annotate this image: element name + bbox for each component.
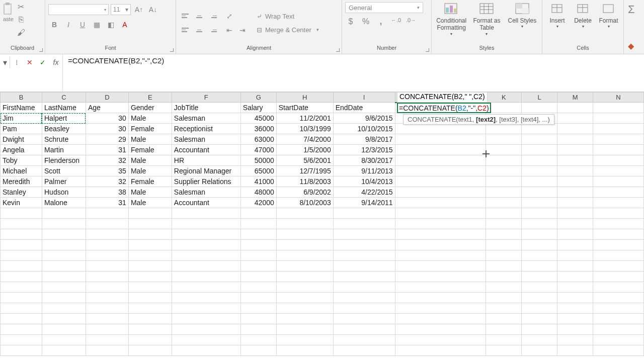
cell-K9[interactable] — [486, 187, 522, 198]
cell-B3[interactable]: Pam — [1, 124, 42, 134]
column-header-I[interactable]: I — [333, 93, 395, 103]
cell-empty[interactable] — [395, 250, 486, 261]
cell-L7[interactable] — [522, 166, 557, 176]
cell-H7[interactable]: 12/7/1995 — [276, 166, 333, 176]
cell-empty[interactable] — [557, 208, 593, 219]
cell-empty[interactable] — [86, 208, 128, 219]
cell-empty[interactable] — [522, 293, 557, 303]
cell-empty[interactable] — [395, 229, 486, 240]
cell-empty[interactable] — [172, 261, 240, 272]
number-dialog-launcher[interactable] — [424, 47, 430, 53]
italic-button[interactable]: I — [62, 19, 74, 30]
cell-G10[interactable]: 42000 — [240, 198, 276, 208]
align-left-button[interactable] — [179, 24, 191, 36]
cell-E5[interactable]: Female — [128, 145, 172, 155]
cell-empty[interactable] — [557, 240, 593, 250]
cell-empty[interactable] — [557, 293, 593, 303]
cell-empty[interactable] — [128, 208, 172, 219]
wrap-text-button[interactable]: ⤶Wrap Text — [254, 12, 322, 21]
cell-empty[interactable] — [172, 335, 240, 345]
cell-L8[interactable] — [522, 176, 557, 187]
cell-C3[interactable]: Beasley — [42, 124, 86, 134]
cell-empty[interactable] — [276, 293, 333, 303]
cell-empty[interactable] — [395, 208, 486, 219]
autosum-icon[interactable]: Σ — [627, 2, 641, 17]
cell-C8[interactable]: Palmer — [42, 176, 86, 187]
cell-M3[interactable] — [557, 124, 593, 134]
cell-empty[interactable] — [486, 335, 522, 345]
cell-empty[interactable] — [42, 208, 86, 219]
cell-E2[interactable]: Male — [128, 113, 172, 124]
cell-empty[interactable] — [395, 261, 486, 272]
conditional-formatting-button[interactable]: Conditional Formatting ▾ — [435, 2, 468, 36]
cell-empty[interactable] — [522, 282, 557, 293]
cell-empty[interactable] — [1, 250, 42, 261]
orientation-button[interactable]: ⤢ — [223, 11, 235, 22]
cell-J6[interactable] — [395, 155, 486, 166]
cell-empty[interactable] — [86, 261, 128, 272]
cell-I6[interactable]: 8/30/2017 — [333, 155, 395, 166]
cell-empty[interactable] — [1, 261, 42, 272]
cell-E6[interactable]: Male — [128, 155, 172, 166]
cell-D10[interactable]: 31 — [86, 198, 128, 208]
cell-K7[interactable] — [486, 166, 522, 176]
cell-G3[interactable]: 36000 — [240, 124, 276, 134]
cell-empty[interactable] — [557, 282, 593, 293]
cell-empty[interactable] — [593, 208, 644, 219]
column-header-C[interactable]: C — [42, 93, 86, 103]
column-header-G[interactable]: G — [240, 93, 276, 103]
underline-button[interactable]: U — [76, 19, 89, 30]
cell-M2[interactable] — [557, 113, 593, 124]
cell-K5[interactable] — [486, 145, 522, 155]
paste-button[interactable]: aste — [3, 2, 14, 22]
cell-empty[interactable] — [86, 345, 128, 356]
cell-M10[interactable] — [557, 198, 593, 208]
cell-F8[interactable]: Supplier Relations — [172, 176, 240, 187]
cell-empty[interactable] — [276, 314, 333, 324]
cell-empty[interactable] — [276, 208, 333, 219]
cell-empty[interactable] — [128, 240, 172, 250]
cell-empty[interactable] — [1, 324, 42, 335]
cell-B9[interactable]: Stanley — [1, 187, 42, 198]
cell-empty[interactable] — [593, 293, 644, 303]
cell-empty[interactable] — [522, 261, 557, 272]
cell-empty[interactable] — [593, 314, 644, 324]
cell-F9[interactable]: Salesman — [172, 187, 240, 198]
cell-empty[interactable] — [593, 324, 644, 335]
cell-J9[interactable] — [395, 187, 486, 198]
cell-H3[interactable]: 10/3/1999 — [276, 124, 333, 134]
cell-empty[interactable] — [333, 208, 395, 219]
cell-J8[interactable] — [395, 176, 486, 187]
cell-B6[interactable]: Toby — [1, 155, 42, 166]
format-button[interactable]: Format▾ — [597, 2, 620, 29]
font-dialog-launcher[interactable] — [169, 47, 175, 53]
cell-N5[interactable] — [593, 145, 644, 155]
cell-D5[interactable]: 31 — [86, 145, 128, 155]
cell-empty[interactable] — [395, 314, 486, 324]
cell-empty[interactable] — [593, 345, 644, 356]
cell-empty[interactable] — [486, 250, 522, 261]
cell-empty[interactable] — [395, 240, 486, 250]
cell-empty[interactable] — [333, 229, 395, 240]
cell-E9[interactable]: Male — [128, 187, 172, 198]
cell-empty[interactable] — [557, 250, 593, 261]
column-header-E[interactable]: E — [128, 93, 172, 103]
format-as-table-button[interactable]: Format as Table ▾ — [470, 2, 503, 36]
cell-L3[interactable] — [522, 124, 557, 134]
cell-empty[interactable] — [486, 240, 522, 250]
fx-button[interactable]: fx — [49, 56, 62, 68]
font-size-select[interactable]: 11▾ — [111, 4, 131, 15]
decrease-font-icon[interactable]: A↓ — [147, 4, 159, 15]
cell-I3[interactable]: 10/10/2015 — [333, 124, 395, 134]
cell-M9[interactable] — [557, 187, 593, 198]
cell-empty[interactable] — [128, 324, 172, 335]
cell-K4[interactable] — [486, 134, 522, 145]
cell-empty[interactable] — [593, 282, 644, 293]
decrease-decimal-button[interactable]: .0→ — [406, 17, 417, 26]
cell-I2[interactable]: 9/6/2015 — [333, 113, 395, 124]
cell-J10[interactable] — [395, 198, 486, 208]
cell-M6[interactable] — [557, 155, 593, 166]
cell-empty[interactable] — [240, 345, 276, 356]
cell-empty[interactable] — [1, 303, 42, 314]
cell-empty[interactable] — [42, 250, 86, 261]
